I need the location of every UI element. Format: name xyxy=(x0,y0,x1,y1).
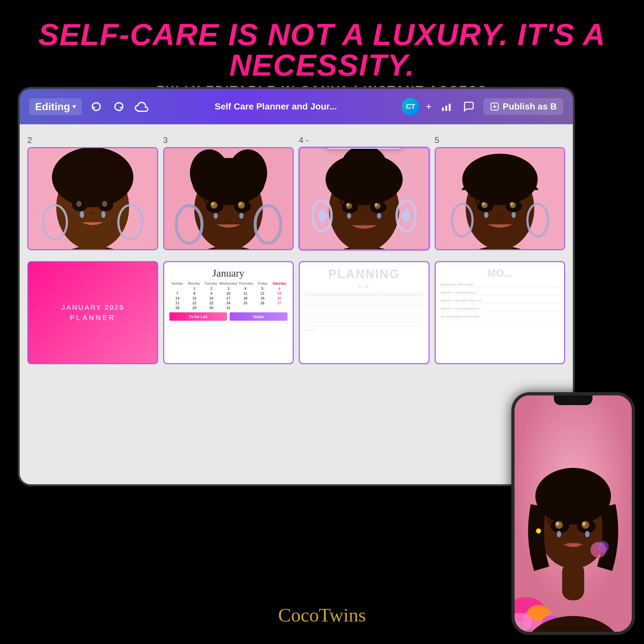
svg-point-80 xyxy=(542,468,605,518)
user-avatar: CT xyxy=(402,98,419,115)
svg-point-31 xyxy=(238,202,242,206)
add-element-button[interactable]: + xyxy=(426,101,432,113)
page-labels-row1: 2 3 4 - 5 xyxy=(27,135,565,145)
cal-week-1: 1 2 3 4 5 6 xyxy=(169,287,288,290)
cal-week-3: 14 15 16 17 18 19 20 xyxy=(169,296,288,300)
cover-face-5 xyxy=(436,148,564,249)
calendar-card[interactable]: January Sunday Monday Tuesday Wednesday … xyxy=(163,261,294,364)
editing-label: Editing xyxy=(35,101,70,113)
cloud-save-icon xyxy=(133,99,149,115)
svg-point-14 xyxy=(102,201,107,207)
float-toolbar xyxy=(325,147,403,149)
planning-lines xyxy=(305,299,423,327)
svg-rect-0 xyxy=(442,108,444,111)
svg-point-44 xyxy=(347,148,381,182)
analytics-icon[interactable] xyxy=(438,99,454,115)
svg-point-32 xyxy=(213,213,218,219)
page-label-2: 2 xyxy=(27,135,158,145)
cover-bottom-5: 2025 SELF-CARE IS NOT ALUXURY ITS A NECE… xyxy=(436,249,564,250)
canvas-area: 2 3 4 - 5 xyxy=(20,124,573,484)
cover-face-3 xyxy=(164,148,293,249)
svg-point-30 xyxy=(211,202,214,206)
page-card-5[interactable]: 2025 SELF-CARE IS NOT ALUXURY ITS A NECE… xyxy=(435,147,565,250)
page-card-3[interactable]: 2025 SELF-CARE IS NOT ALUXURY ITS A NECE… xyxy=(163,147,294,250)
mood-looking: TODAY I AM LOOKING F... xyxy=(441,307,559,312)
cal-week-5: 28 29 30 31 xyxy=(169,306,288,310)
svg-point-17 xyxy=(80,211,84,218)
phone-notch xyxy=(554,395,592,405)
planner-text-line2: PLANNER xyxy=(70,314,115,322)
planning-word: PLANNING xyxy=(305,267,423,281)
svg-point-91 xyxy=(585,531,590,537)
svg-point-90 xyxy=(557,531,561,537)
tablet-body: Editing ▾ Self Care Planner and Jour... … xyxy=(18,87,575,486)
page-label-3: 3 xyxy=(163,135,294,145)
main-container: SELF-CARE IS NOT A LUXURY. IT'S A NECESS… xyxy=(0,0,644,644)
svg-point-89 xyxy=(536,528,541,534)
calendar-header: January xyxy=(169,267,288,279)
planning-card[interactable]: PLANNING it is xyxy=(299,261,430,364)
chevron-down-icon: ▾ xyxy=(72,102,76,111)
cal-todo-notes: To Do List Notes xyxy=(169,312,288,321)
tablet-wrapper: Editing ▾ Self Care Planner and Jour... … xyxy=(18,87,575,486)
mood-title: MO... xyxy=(441,267,559,279)
svg-point-33 xyxy=(239,213,243,219)
svg-point-50 xyxy=(374,203,377,206)
svg-rect-2 xyxy=(449,104,450,111)
cover-bottom-2: 2025 SELF-CARE IS NOT ALUXURY ITS A NECE… xyxy=(28,249,157,250)
svg-point-85 xyxy=(555,522,559,526)
document-title[interactable]: Self Care Planner and Jour... xyxy=(156,101,395,112)
svg-point-65 xyxy=(510,202,513,206)
page-label-5: 5 xyxy=(435,135,565,145)
phone-screen xyxy=(515,395,632,632)
pink-planner-card[interactable]: JANUARY 2025 PLANNER xyxy=(27,261,158,364)
svg-point-18 xyxy=(101,211,105,218)
svg-point-68 xyxy=(484,212,488,218)
phone-wrapper xyxy=(512,393,634,634)
cards-row1: 2025 SELF-CARE IS NOT ALUXURY ITS A NECE… xyxy=(27,147,565,255)
brand-logo-text: CocoTwins xyxy=(278,605,366,625)
mood-morning: morning routine xyxy=(441,283,559,288)
editing-button[interactable]: Editing ▾ xyxy=(29,98,82,115)
publish-label: Publish as B xyxy=(503,101,557,112)
cover-face-2 xyxy=(28,148,157,249)
svg-point-53 xyxy=(347,213,351,219)
svg-point-24 xyxy=(190,149,228,196)
cal-days-header: Sunday Monday Tuesday Wednesday Thursday… xyxy=(169,282,288,285)
publish-button[interactable]: Publish as B xyxy=(483,98,563,115)
canva-toolbar: Editing ▾ Self Care Planner and Jour... … xyxy=(20,89,573,124)
svg-point-64 xyxy=(481,202,485,206)
svg-point-86 xyxy=(582,522,586,526)
svg-point-9 xyxy=(58,156,93,199)
cal-week-2: 7 8 9 10 11 12 13 xyxy=(169,291,288,295)
svg-point-10 xyxy=(93,156,127,199)
cover-face-4 xyxy=(300,148,429,249)
planning-subword: it is xyxy=(305,284,423,289)
mood-my-affirmation: MY AFFIRMATION FOR T... xyxy=(441,315,559,320)
phone-body xyxy=(512,393,634,634)
cover-bottom-3: 2025 SELF-CARE IS NOT ALUXURY ITS A NECE… xyxy=(164,249,293,250)
cal-week-4: 21 22 23 24 25 26 27 xyxy=(169,301,288,305)
undo-button[interactable] xyxy=(88,99,104,115)
svg-point-69 xyxy=(511,212,516,218)
cards-row2: JANUARY 2025 PLANNER January Sunday Mond… xyxy=(27,261,565,364)
svg-rect-1 xyxy=(445,106,447,111)
svg-point-13 xyxy=(76,201,81,207)
svg-point-49 xyxy=(346,203,349,206)
svg-point-25 xyxy=(228,149,267,196)
redo-button[interactable] xyxy=(111,99,127,115)
cover-bottom-4: 2025 SELF-CARE IS NOT ALUXURY ITS A NECE… xyxy=(300,249,429,250)
mood-card[interactable]: MO... morning routine TODAY I AM FEELING… xyxy=(435,261,565,364)
page-card-4[interactable]: 2025 SELF-CARE IS NOT ALUXURY ITS A NECE… xyxy=(299,147,430,250)
page-label-4: 4 - xyxy=(299,135,430,145)
page-card-2[interactable]: 2025 SELF-CARE IS NOT ALUXURY ITS A NECE… xyxy=(27,147,158,250)
brand-logo: CocoTwins xyxy=(278,605,366,625)
main-headline: SELF-CARE IS NOT A LUXURY. IT'S A NECESS… xyxy=(0,19,644,81)
comment-icon[interactable] xyxy=(461,99,477,115)
mood-affirmation: TODAY I AM SETTING TO xyxy=(441,299,559,304)
planner-text-line1: JANUARY 2025 xyxy=(61,303,124,312)
svg-point-54 xyxy=(377,213,381,219)
svg-point-88 xyxy=(597,541,609,552)
mood-feeling: TODAY I AM FEELING xyxy=(441,291,559,296)
